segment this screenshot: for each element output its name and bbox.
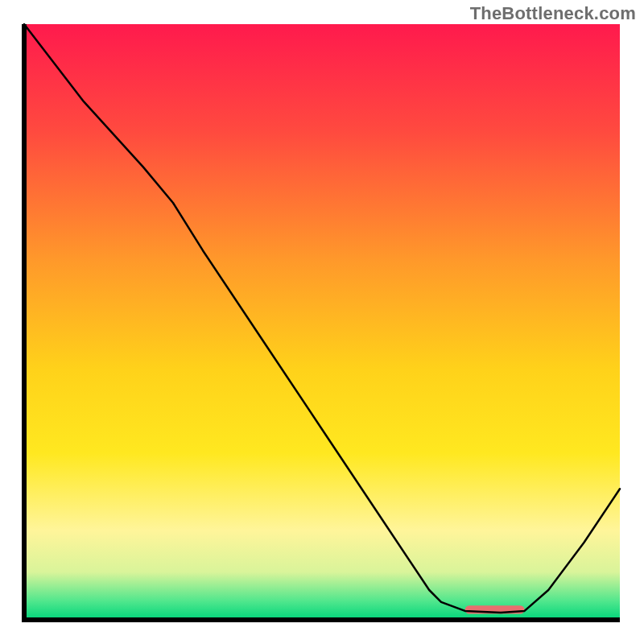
watermark-text: TheBottleneck.com (470, 3, 636, 24)
plot-area (24, 24, 620, 620)
bottleneck-chart (0, 0, 644, 644)
gradient-background (24, 24, 620, 620)
chart-container: TheBottleneck.com (0, 0, 644, 644)
